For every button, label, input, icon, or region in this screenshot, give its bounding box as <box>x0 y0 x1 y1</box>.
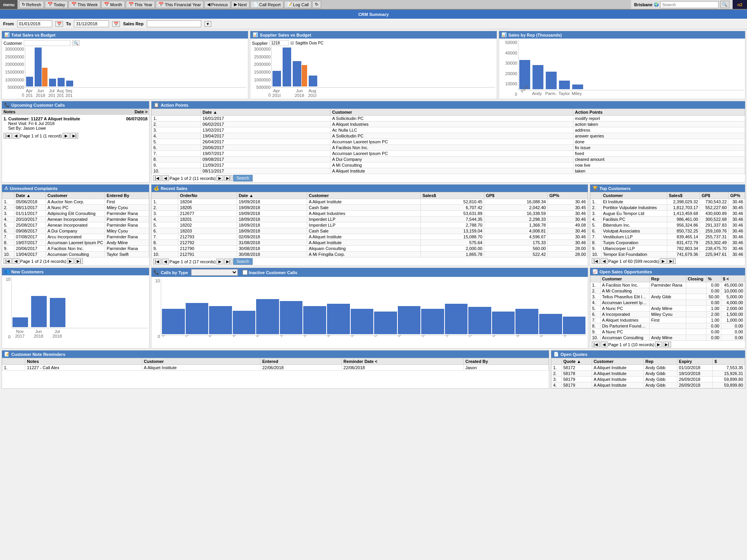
os-rep: Rep <box>649 276 686 282</box>
ap-last-btn[interactable]: ▶| <box>224 175 232 181</box>
log-call-button[interactable]: 📝 Log Call <box>284 1 311 8</box>
uc-num <box>2 192 14 199</box>
to-date-input[interactable] <box>74 20 109 27</box>
refresh2-button[interactable]: ↻ <box>312 1 321 8</box>
uc-next-btn[interactable]: ▶ <box>67 258 74 264</box>
customer-search-icon[interactable]: 🔍 <box>72 40 80 46</box>
ap-next-btn[interactable]: ▶ <box>216 175 223 181</box>
list-item: 2.08/11/2017A Nunc PCMiley Cyou <box>2 205 149 211</box>
nc-chart-area: Nov 2017 Jun 2018 Jul 2018 <box>11 277 148 339</box>
supplier-x-labels: Apr 2018 Jun 2018 Aug 2018 <box>271 88 495 99</box>
menu-button[interactable]: menu <box>0 0 18 9</box>
os-prev-btn[interactable]: ◀ <box>601 342 608 347</box>
list-item: 7.Vestibulum LLP839,465.14255,737.3130.4… <box>591 234 745 240</box>
today-button[interactable]: 📅 Today <box>45 1 68 8</box>
supplier-sales-content: Supplier ☑ Sagittis Duis PC 3000000 2500… <box>250 39 496 99</box>
customer-note-content: Notes Customer Entered Reminder Date < C… <box>2 358 549 371</box>
rs-date[interactable]: Date ▲ <box>237 192 307 199</box>
list-item: 1. Customer: 11227 A Aliquet Institute 0… <box>4 116 148 130</box>
calls-by-type-content: 10 0 <box>151 277 588 340</box>
customer-note-header: 📝 Customer Note Reminders <box>2 350 549 358</box>
list-item: 3.13/02/2017Ac Nulla LLCaddress <box>152 127 745 133</box>
nc-y-axis: 10 0 <box>4 277 11 339</box>
inactive-calls-checkbox[interactable] <box>243 270 248 275</box>
calls-type-dropdown[interactable] <box>191 269 238 276</box>
rs-next-btn[interactable]: ▶ <box>216 259 223 264</box>
last-page-btn[interactable]: ▶| <box>70 133 79 139</box>
uc-last-btn[interactable]: ▶| <box>75 258 83 264</box>
upcoming-calls-icon: 📞 <box>4 102 10 107</box>
call-report-button[interactable]: 📄 Call Report <box>250 1 283 8</box>
this-year-button[interactable]: 📅 This Year <box>126 1 155 8</box>
recent-sales-icon: 💰 <box>154 186 159 191</box>
this-month-button[interactable]: 📅 Month <box>101 1 125 8</box>
rs-prev-btn[interactable]: ◀ <box>162 259 169 264</box>
oq-rep: Rep <box>644 358 677 365</box>
sales-rep-dropdown[interactable]: ▼ <box>204 21 211 27</box>
os-last-btn[interactable]: ▶| <box>663 342 671 347</box>
prev-page-btn[interactable]: ◀ <box>12 133 19 139</box>
uc-prev-btn[interactable]: ◀ <box>12 258 19 264</box>
calls-bars <box>161 278 586 335</box>
os-next-btn[interactable]: ▶ <box>655 342 662 347</box>
oq-customer: Customer <box>592 358 643 365</box>
os-first-btn[interactable]: |◀ <box>592 342 600 347</box>
ap-first-btn[interactable]: |◀ <box>153 175 161 181</box>
ap-search-btn[interactable]: Search <box>233 175 253 181</box>
ap-num-header <box>152 109 201 116</box>
s-bar3-sales <box>293 61 301 86</box>
date-col-header: Date > <box>135 109 148 114</box>
next-button[interactable]: ▶ Next <box>231 1 250 8</box>
tc-first-btn[interactable]: |◀ <box>592 258 600 264</box>
tc-next-btn[interactable]: ▶ <box>660 258 667 264</box>
bar-apr-sales <box>26 77 33 86</box>
open-sales-pagination: |◀ ◀ Page 1 of 1 (10 records) ▶ ▶| <box>590 341 745 348</box>
recent-sales-content: OrderNo Date ▲ Customer Sales$ GP$ GP% 1… <box>151 192 588 266</box>
sales-rep-input[interactable] <box>147 20 201 27</box>
supplier-checkbox: ☑ <box>290 41 294 45</box>
complaints-sales-row: ⚠ Unresolved Complaints Date ▲ Customer … <box>2 184 745 266</box>
tc-prev-btn[interactable]: ◀ <box>601 258 608 264</box>
this-financial-year-button[interactable]: 📅 This Financial Year <box>156 1 204 8</box>
oq-num <box>552 358 562 365</box>
list-item: 4.1820118/09/2018Imperdiet LLP7,544.352,… <box>152 217 588 222</box>
customer-input[interactable] <box>24 40 70 46</box>
rs-last-btn[interactable]: ▶| <box>224 259 232 264</box>
unresolved-table: Date ▲ Customer Entered By 1.05/06/2018A… <box>2 192 149 257</box>
sales-by-rep-icon: 📊 <box>501 32 507 37</box>
tc-last-btn[interactable]: ▶| <box>668 258 676 264</box>
s-bar1 <box>272 71 281 86</box>
first-page-btn[interactable]: |◀ <box>4 133 12 139</box>
os-pct: % <box>706 276 721 282</box>
oq-quote[interactable]: Quote ▲ <box>561 358 592 365</box>
rep-bar-parminder <box>546 72 557 89</box>
uc-date[interactable]: Date ▲ <box>14 192 46 199</box>
list-item: 3.Tellus Phasellus Elit InstiAndy Gibb50… <box>591 294 745 300</box>
rs-customer: Customer <box>307 192 421 199</box>
ap-prev-btn[interactable]: ◀ <box>162 175 169 181</box>
calls-action-row: 📞 Upcoming Customer Calls Notes Date > 1… <box>2 101 745 183</box>
supplier-input[interactable] <box>269 40 289 46</box>
ap-date-header[interactable]: Date ▲ <box>201 109 330 116</box>
open-quotes-content: Quote ▲ Customer Rep Expiry $ 1.58172A A… <box>551 358 745 388</box>
list-item: 9.21279030/08/2018Aliquam Consulting2,00… <box>152 246 588 252</box>
uc-first-btn[interactable]: |◀ <box>4 258 12 264</box>
list-item: 8.Turpis Corporation831,472.79253,302.49… <box>591 240 745 246</box>
previous-button[interactable]: ◀ Previous <box>204 1 230 8</box>
search-input[interactable] <box>660 1 719 8</box>
search-button[interactable]: 🔍 <box>720 1 729 8</box>
list-item: 3.01/11/2017Adipiscing Elit ConsultingPa… <box>2 211 149 217</box>
from-date-input[interactable] <box>17 20 52 27</box>
from-calendar-icon[interactable]: 📅 <box>55 21 63 27</box>
open-quotes-body: 1.58172A Aliquet InstituteAndy Gibb01/10… <box>552 365 745 388</box>
recent-sales-header: 💰 Recent Sales <box>151 185 588 192</box>
list-item: 4.Accumsan Laoreet Ipsum0.004,000.00 <box>591 300 745 306</box>
list-item: 6.20/06/2017A Facilisis Non Inc.fix issu… <box>152 145 745 151</box>
refresh-button[interactable]: ↻ Refresh <box>19 1 44 8</box>
next-page-btn[interactable]: ▶ <box>63 133 70 139</box>
to-calendar-icon[interactable]: 📅 <box>112 21 120 27</box>
list-item: 4.58179A Aliquet InstituteAndy Gibb26/09… <box>552 382 745 388</box>
rs-search-btn[interactable]: Search <box>233 258 253 265</box>
rs-first-btn[interactable]: |◀ <box>153 259 161 264</box>
this-week-button[interactable]: 📅 This Week <box>69 1 100 8</box>
